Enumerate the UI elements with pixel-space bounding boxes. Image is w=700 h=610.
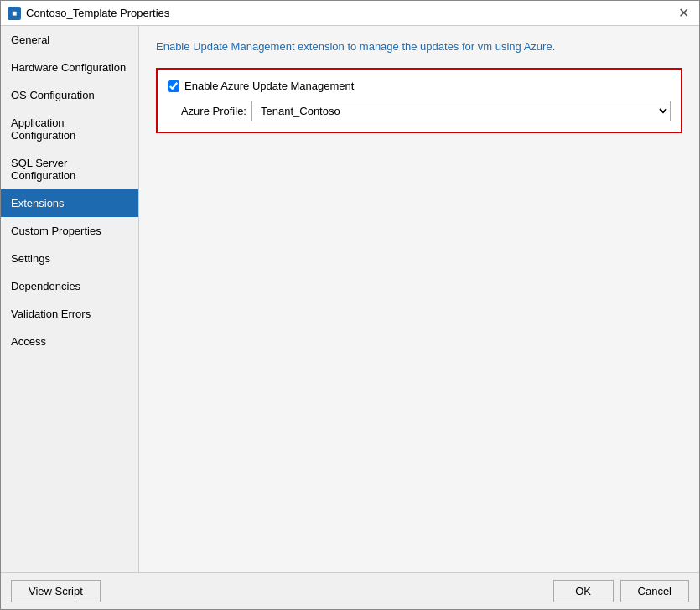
sidebar-item-dependencies[interactable]: Dependencies bbox=[1, 272, 138, 300]
description-text: Enable Update Management extension to ma… bbox=[156, 39, 682, 54]
window-title: Contoso_Template Properties bbox=[26, 7, 169, 19]
cancel-button[interactable]: Cancel bbox=[620, 580, 689, 602]
title-bar: ■ Contoso_Template Properties ✕ bbox=[1, 1, 699, 26]
sidebar-item-application-configuration[interactable]: Application Configuration bbox=[1, 109, 138, 149]
profile-label: Azure Profile: bbox=[171, 105, 246, 117]
sidebar-item-validation-errors[interactable]: Validation Errors bbox=[1, 300, 138, 328]
azure-profile-select[interactable]: Tenant_Contoso bbox=[251, 101, 671, 121]
title-bar-left: ■ Contoso_Template Properties bbox=[8, 7, 169, 20]
sidebar-item-access[interactable]: Access bbox=[1, 328, 138, 355]
content-area: GeneralHardware ConfigurationOS Configur… bbox=[1, 26, 699, 572]
extensions-config-box: Enable Azure Update Management Azure Pro… bbox=[156, 68, 682, 133]
sidebar-item-general[interactable]: General bbox=[1, 26, 138, 54]
sidebar-item-extensions[interactable]: Extensions bbox=[1, 189, 138, 217]
sidebar-item-hardware-configuration[interactable]: Hardware Configuration bbox=[1, 54, 138, 81]
sidebar-item-custom-properties[interactable]: Custom Properties bbox=[1, 217, 138, 245]
enable-checkbox-label: Enable Azure Update Management bbox=[184, 80, 354, 92]
sidebar-item-sql-server-configuration[interactable]: SQL Server Configuration bbox=[1, 149, 138, 189]
window-icon: ■ bbox=[8, 7, 21, 20]
footer-right-buttons: OK Cancel bbox=[553, 580, 689, 602]
main-panel: Enable Update Management extension to ma… bbox=[139, 26, 699, 572]
close-button[interactable]: ✕ bbox=[675, 7, 692, 20]
sidebar-item-settings[interactable]: Settings bbox=[1, 245, 138, 272]
footer-bar: View Script OK Cancel bbox=[1, 572, 699, 609]
main-window: ■ Contoso_Template Properties ✕ GeneralH… bbox=[0, 0, 700, 610]
sidebar-item-os-configuration[interactable]: OS Configuration bbox=[1, 81, 138, 109]
azure-profile-row: Azure Profile: Tenant_Contoso bbox=[168, 101, 671, 121]
view-script-button[interactable]: View Script bbox=[11, 580, 101, 602]
enable-checkbox-row: Enable Azure Update Management bbox=[168, 80, 671, 92]
ok-button[interactable]: OK bbox=[553, 580, 614, 602]
sidebar: GeneralHardware ConfigurationOS Configur… bbox=[1, 26, 139, 572]
enable-azure-update-checkbox[interactable] bbox=[168, 80, 179, 92]
